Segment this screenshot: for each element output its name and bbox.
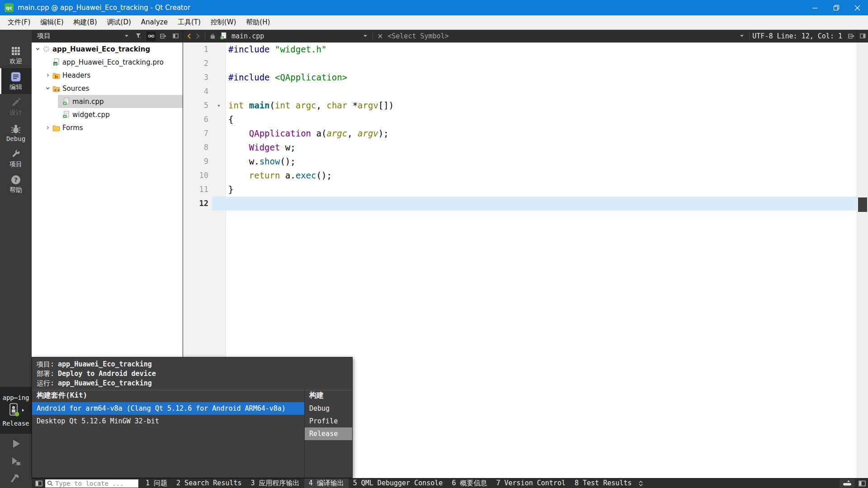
tab-dropdown-icon[interactable] (361, 34, 370, 38)
code-line-10[interactable]: 10 return a.exec(); (183, 169, 857, 183)
menu-item[interactable]: 控制(W) (206, 15, 241, 29)
code-line-4[interactable]: 4 (183, 84, 857, 99)
output-pane-button[interactable]: 6 概要信息 (447, 479, 491, 488)
tree-item-label: main.cpp (72, 98, 104, 106)
output-pane-button[interactable]: 3 应用程序输出 (246, 479, 304, 488)
expander-right-icon[interactable] (43, 73, 52, 78)
mode-设计: 设计 (0, 94, 32, 120)
locator-search-box[interactable] (45, 479, 138, 488)
line-number: 11 (183, 183, 208, 197)
menu-item[interactable]: 调试(D) (102, 15, 136, 29)
output-pane-button[interactable]: 8 Test Results (570, 479, 636, 488)
kit-target-selector-button[interactable]: app⋯ing Release (0, 387, 32, 434)
toggle-left-sidebar-icon[interactable] (35, 480, 42, 487)
filter-funnel-icon[interactable] (134, 32, 143, 41)
mode-欢迎[interactable]: 欢迎 (0, 42, 32, 68)
menu-item[interactable]: 文件(F) (3, 15, 35, 29)
build-button[interactable] (0, 470, 32, 488)
code-line-9[interactable]: 9 w.show(); (183, 155, 857, 169)
sync-with-editor-icon[interactable] (146, 32, 156, 41)
close-button[interactable] (847, 0, 868, 15)
output-pane-arrows-icon[interactable] (636, 480, 646, 487)
locator-input[interactable] (54, 479, 137, 488)
line-number: 7 (183, 127, 208, 141)
menu-item[interactable]: 工具(T) (173, 15, 206, 29)
output-pane-button[interactable]: 5 QML Debugger Console (349, 479, 448, 488)
info-label: 部署: (37, 370, 54, 378)
code-text: QApplication a(argc, argv); (228, 127, 389, 141)
mode-编辑[interactable]: 编辑 (0, 68, 32, 94)
code-text: int main(int argc, char *argv[]) (228, 99, 394, 113)
line-number: 1 (183, 42, 208, 56)
mode-帮助[interactable]: ?帮助 (0, 171, 32, 197)
svg-text:c+: c+ (54, 87, 60, 92)
line-number: 3 (183, 70, 208, 84)
cpp-file-icon (61, 111, 71, 118)
close-pane-icon[interactable] (171, 32, 180, 41)
file-cpp-icon (217, 32, 230, 40)
code-text: } (228, 183, 233, 197)
forward-icon[interactable] (193, 33, 202, 39)
minimize-button[interactable] (804, 0, 826, 15)
tree-row-Headers[interactable]: hHeaders (32, 69, 183, 82)
menu-item[interactable]: 帮助(H) (241, 15, 275, 29)
tree-row-Forms[interactable]: Forms (32, 121, 183, 134)
code-line-2[interactable]: 2 (183, 56, 857, 70)
encoding-dropdown-icon[interactable] (737, 34, 746, 38)
kit-popup-info-row: 部署:Deploy to Android device (37, 369, 348, 379)
code-line-5[interactable]: 5▾int main(int argc, char *argv[]) (183, 99, 857, 113)
expander-down-icon[interactable] (43, 86, 52, 91)
code-line-6[interactable]: 6{ (183, 113, 857, 127)
tree-row-app_Huawei_Eco_tracking[interactable]: app_Huawei_Eco_tracking (32, 42, 183, 56)
kit-option[interactable]: Android for arm64-v8a (Clang Qt 5.12.6 f… (32, 402, 304, 415)
output-pane-button[interactable]: 2 Search Results (172, 479, 246, 488)
toggle-right-sidebar-icon[interactable] (859, 480, 866, 487)
code-line-11[interactable]: 11} (183, 183, 857, 197)
mode-项目[interactable]: 项目 (0, 145, 32, 171)
pane-dropdown-icon[interactable] (122, 32, 131, 41)
mode-label: 设计 (9, 109, 22, 117)
expander-right-icon[interactable] (43, 125, 52, 130)
split-pane-icon[interactable] (159, 32, 168, 41)
tree-row-Sources[interactable]: c+Sources (32, 82, 183, 95)
line-number: 5 (183, 99, 208, 113)
menu-item[interactable]: 构建(B) (69, 15, 102, 29)
projects-wrench-icon (10, 149, 21, 160)
fold-marker-icon[interactable]: ▾ (213, 99, 225, 113)
output-pane-button[interactable]: 4 编译输出 (304, 479, 349, 488)
tree-row-main.cpp[interactable]: main.cpp (32, 95, 183, 108)
code-line-12[interactable]: 12 (183, 197, 857, 211)
close-document-icon[interactable] (376, 34, 385, 38)
build-config-option[interactable]: Profile (305, 415, 352, 427)
edit-document-icon (10, 71, 21, 82)
menu-item[interactable]: Analyze (136, 15, 173, 29)
build-hammer-icon (10, 473, 22, 485)
build-config-option[interactable]: Debug (305, 402, 352, 415)
close-split-icon[interactable] (857, 30, 868, 42)
kit-option[interactable]: Desktop Qt 5.12.6 MinGW 32-bit (32, 415, 304, 427)
expander-down-icon[interactable] (33, 47, 42, 52)
debug-run-button[interactable] (0, 452, 32, 470)
output-pane-button[interactable]: 7 Version Control (491, 479, 570, 488)
mode-Debug[interactable]: Debug (0, 120, 32, 145)
tree-row-app_Huawei_Eco_tracking.pro[interactable]: qtapp_Huawei_Eco_tracking.pro (32, 56, 183, 69)
editor-tab-filename[interactable]: main.cpp (231, 32, 264, 40)
menu-item[interactable]: 编辑(E) (35, 15, 68, 29)
editor-scrollbar[interactable] (857, 42, 868, 478)
restore-button[interactable] (826, 0, 847, 15)
encoding-line-col-status[interactable]: UTF-8 Line: 12, Col: 1 (752, 32, 842, 40)
code-line-8[interactable]: 8 Widget w; (183, 141, 857, 155)
code-line-1[interactable]: 1#include "widget.h" (183, 42, 857, 56)
project-panel-header: 项目 (32, 30, 183, 42)
build-config-option[interactable]: Release (305, 427, 352, 440)
back-icon[interactable] (185, 33, 193, 39)
run-button[interactable] (0, 435, 32, 452)
split-editor-icon[interactable] (846, 33, 857, 39)
output-pane-button[interactable]: 1 问题 (141, 479, 172, 488)
symbol-selector[interactable]: <Select Symbol> (387, 32, 448, 40)
code-line-3[interactable]: 3#include <QApplication> (183, 70, 857, 84)
scrollbar-thumb[interactable] (858, 197, 867, 212)
build-progress-button[interactable] (840, 479, 855, 488)
code-line-7[interactable]: 7 QApplication a(argc, argv); (183, 127, 857, 141)
tree-row-widget.cpp[interactable]: widget.cpp (32, 108, 183, 121)
